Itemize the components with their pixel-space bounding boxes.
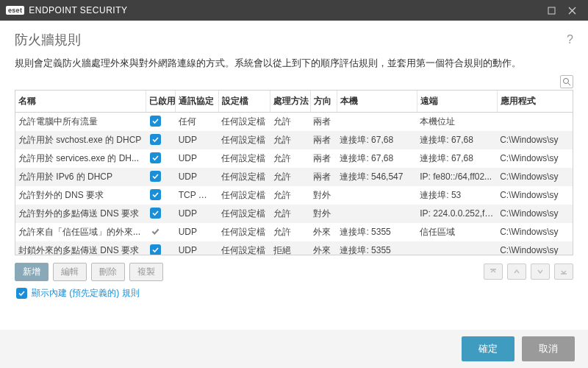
cell-remote: 連接埠: 53 — [417, 186, 497, 205]
col-direction[interactable]: 方向 — [310, 91, 337, 113]
cell-local: 連接埠: 67,68 — [337, 131, 417, 149]
cell-profile: 任何設定檔 — [218, 205, 270, 223]
check-icon[interactable] — [150, 116, 161, 127]
cell-profile: 任何設定檔 — [218, 131, 270, 149]
brand-text: ENDPOINT SECURITY — [29, 5, 127, 15]
table-header-row: 名稱 已啟用 通訊協定 設定檔 處理方法 方向 本機 遠端 應用程式 — [15, 91, 573, 113]
minimize-button[interactable] — [541, 0, 562, 21]
check-icon[interactable] — [150, 189, 161, 200]
rules-table: 名稱 已啟用 通訊協定 設定檔 處理方法 方向 本機 遠端 應用程式 允許電腦中… — [15, 90, 573, 255]
move-bottom-button[interactable] — [554, 263, 573, 280]
titlebar: eset ENDPOINT SECURITY — [0, 0, 588, 21]
cancel-button[interactable]: 取消 — [522, 336, 575, 361]
cell-local: 連接埠: 67,68 — [337, 149, 417, 168]
cell-direction: 外來 — [310, 223, 337, 241]
col-enabled[interactable]: 已啟用 — [146, 91, 175, 113]
cell-remote: 連接埠: 67,68 — [417, 131, 497, 149]
col-method[interactable]: 處理方法 — [270, 91, 310, 113]
table-row[interactable]: 允許用於 services.exe 的 DH...UDP任何設定檔允許兩者連接埠… — [15, 149, 573, 168]
check-gray-icon[interactable] — [150, 226, 161, 237]
cell-protocol: UDP — [176, 241, 218, 255]
footer: 確定 取消 — [0, 330, 588, 368]
cell-direction: 對外 — [310, 186, 337, 205]
cell-name: 封鎖外來的多點傳送 DNS 要求 — [15, 241, 146, 255]
cell-protocol: UDP — [176, 149, 218, 168]
check-icon[interactable] — [150, 244, 161, 255]
edit-button[interactable]: 編輯 — [53, 263, 87, 281]
cell-enabled — [146, 168, 175, 186]
table-row[interactable]: 允許對外的 DNS 要求TCP 與 ...任何設定檔允許對外連接埠: 53C:\… — [15, 186, 573, 205]
col-app[interactable]: 應用程式 — [497, 91, 573, 113]
cell-protocol: TCP 與 ... — [176, 186, 218, 205]
add-button[interactable]: 新增 — [15, 263, 49, 281]
svg-point-1 — [564, 78, 569, 83]
page-title: 防火牆規則 — [15, 31, 567, 49]
cell-direction: 對外 — [310, 205, 337, 223]
cell-enabled — [146, 223, 175, 241]
cell-direction: 兩者 — [310, 149, 337, 168]
cell-protocol: UDP — [176, 168, 218, 186]
check-icon[interactable] — [150, 134, 161, 145]
cell-profile: 任何設定檔 — [218, 241, 270, 255]
cell-protocol: UDP — [176, 131, 218, 149]
cell-direction: 兩者 — [310, 131, 337, 149]
cell-protocol: UDP — [176, 223, 218, 241]
cell-name: 允許對外的 DNS 要求 — [15, 186, 146, 205]
cell-method: 允許 — [270, 168, 310, 186]
cell-method: 允許 — [270, 149, 310, 168]
cell-remote: 本機位址 — [417, 113, 497, 131]
cell-method: 允許 — [270, 113, 310, 131]
cell-app: C:\Windows\sy — [497, 168, 573, 186]
cell-enabled — [146, 186, 175, 205]
table-row[interactable]: 允許來自「信任區域」的外來...UDP任何設定檔允許外來連接埠: 5355信任區… — [15, 223, 573, 241]
cell-direction: 兩者 — [310, 113, 337, 131]
cell-enabled — [146, 205, 175, 223]
cell-local: 連接埠: 5355 — [337, 241, 417, 255]
table-row[interactable]: 允許對外的多點傳送 DNS 要求UDP任何設定檔允許對外IP: 224.0.0.… — [15, 205, 573, 223]
table-row[interactable]: 封鎖外來的多點傳送 DNS 要求UDP任何設定檔拒絕外來連接埠: 5355C:\… — [15, 241, 573, 255]
search-button[interactable] — [560, 75, 573, 88]
cell-method: 允許 — [270, 205, 310, 223]
check-icon[interactable] — [150, 208, 161, 219]
col-profile[interactable]: 設定檔 — [218, 91, 270, 113]
cell-local: 連接埠: 546,547 — [337, 168, 417, 186]
table-row[interactable]: 允許用於 svchost.exe 的 DHCPUDP任何設定檔允許兩者連接埠: … — [15, 131, 573, 149]
col-local[interactable]: 本機 — [337, 91, 417, 113]
copy-button[interactable]: 複製 — [129, 263, 163, 281]
cell-app: C:\Windows\sy — [497, 186, 573, 205]
move-up-button[interactable] — [507, 263, 526, 280]
col-name[interactable]: 名稱 — [15, 91, 146, 113]
cell-enabled — [146, 241, 175, 255]
cell-name: 允許來自「信任區域」的外來... — [15, 223, 146, 241]
col-protocol[interactable]: 通訊協定 — [176, 91, 218, 113]
show-builtin-label: 顯示內建 (預先定義的) 規則 — [32, 287, 140, 300]
check-icon[interactable] — [150, 152, 161, 163]
show-builtin-checkbox[interactable]: 顯示內建 (預先定義的) 規則 — [15, 287, 573, 300]
check-icon — [16, 288, 27, 299]
help-icon[interactable]: ? — [567, 33, 573, 46]
brand-badge: eset — [6, 6, 24, 15]
move-top-button[interactable] — [484, 263, 503, 280]
cell-remote: 連接埠: 67,68 — [417, 149, 497, 168]
cell-local — [337, 113, 417, 131]
table-row[interactable]: 允許電腦中所有流量任何任何設定檔允許兩者本機位址 — [15, 113, 573, 131]
cell-name: 允許用於 IPv6 的 DHCP — [15, 168, 146, 186]
cell-direction: 兩者 — [310, 168, 337, 186]
move-down-button[interactable] — [531, 263, 550, 280]
cell-profile: 任何設定檔 — [218, 186, 270, 205]
col-remote[interactable]: 遠端 — [417, 91, 497, 113]
cell-local — [337, 186, 417, 205]
close-button[interactable] — [562, 0, 582, 21]
cell-profile: 任何設定檔 — [218, 168, 270, 186]
table-row[interactable]: 允許用於 IPv6 的 DHCPUDP任何設定檔允許兩者連接埠: 546,547… — [15, 168, 573, 186]
cell-app: C:\Windows\sy — [497, 149, 573, 168]
description-text: 規則會定義防火牆處理外來與對外網路連線的方式。系統會以從上到下的順序評估規則，並… — [15, 56, 573, 71]
cell-local: 連接埠: 5355 — [337, 223, 417, 241]
cell-app: C:\Windows\sy — [497, 223, 573, 241]
cell-direction: 外來 — [310, 241, 337, 255]
check-icon[interactable] — [150, 171, 161, 182]
ok-button[interactable]: 確定 — [462, 336, 514, 361]
delete-button[interactable]: 刪除 — [91, 263, 125, 281]
cell-app: C:\Windows\sy — [497, 241, 573, 255]
cell-protocol: 任何 — [176, 113, 218, 131]
